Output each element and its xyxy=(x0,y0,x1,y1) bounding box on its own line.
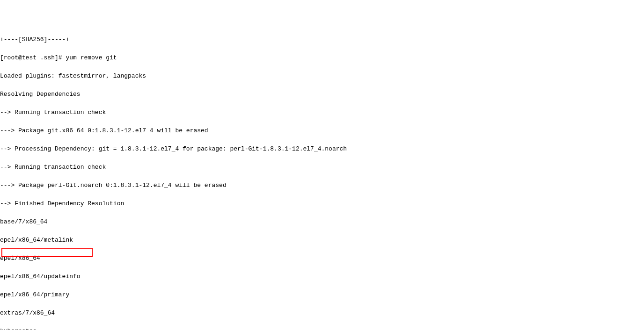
dependency-line: --> Processing Dependency: git = 1.8.3.1… xyxy=(0,146,644,152)
finished-line: --> Finished Dependency Resolution xyxy=(0,201,644,207)
trans-check-line: --> Running transaction check xyxy=(0,164,644,170)
package-erase-line: ---> Package perl-Git.noarch 0:1.8.3.1-1… xyxy=(0,182,644,188)
resolving-line: Resolving Dependencies xyxy=(0,91,644,97)
repo-line: base/7/x86_64 xyxy=(0,219,644,225)
plugins-line: Loaded plugins: fastestmirror, langpacks xyxy=(0,73,644,79)
repo-line: kubernetes xyxy=(0,328,644,330)
repo-line: extras/7/x86_64 xyxy=(0,310,644,316)
package-erase-line: ---> Package git.x86_64 0:1.8.3.1-12.el7… xyxy=(0,128,644,134)
terminal-output[interactable]: +----[SHA256]-----+ [root@test .ssh]# yu… xyxy=(0,24,644,330)
repo-line: epel/x86_64/primary xyxy=(0,292,644,298)
repo-line: epel/x86_64 xyxy=(0,255,644,261)
repo-line: epel/x86_64/updateinfo xyxy=(0,273,644,280)
repo-line: epel/x86_64/metalink xyxy=(0,237,644,243)
shell-prompt: [root@test .ssh]# yum remove git xyxy=(0,55,644,61)
sha-header: +----[SHA256]-----+ xyxy=(0,36,644,43)
trans-check-line: --> Running transaction check xyxy=(0,109,644,115)
